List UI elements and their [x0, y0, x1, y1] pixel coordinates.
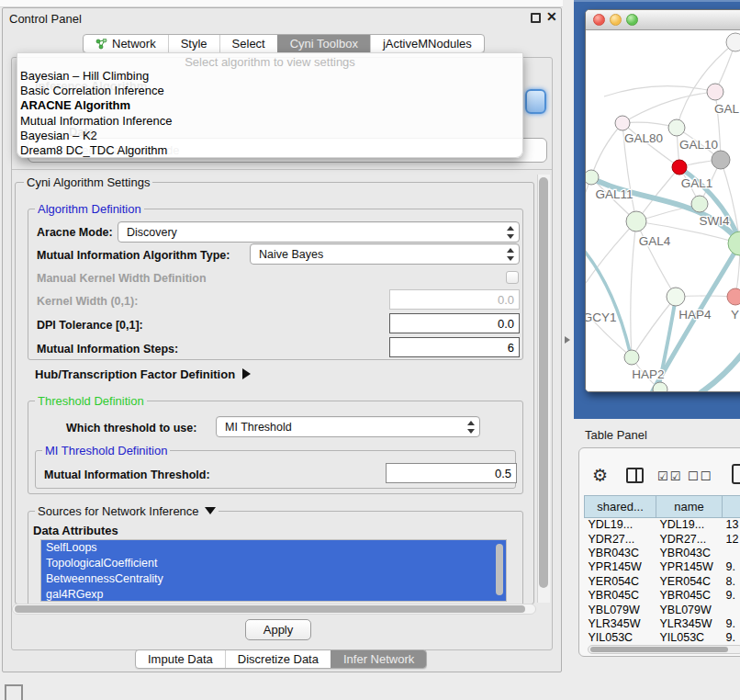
- which-threshold-combo[interactable]: MI Threshold: [216, 416, 480, 437]
- network-node-gal10[interactable]: [668, 119, 685, 136]
- table-column-header[interactable]: name: [656, 496, 723, 518]
- tab-jactivemnodules[interactable]: jActiveMNodules: [370, 35, 484, 52]
- table-cell[interactable]: [723, 546, 740, 559]
- table-row[interactable]: YBR045CYBR045C9.: [585, 588, 740, 602]
- network-node-gal80[interactable]: [615, 116, 630, 130]
- table-cell[interactable]: YLR345W: [656, 616, 723, 630]
- network-edge[interactable]: [604, 86, 715, 96]
- network-node[interactable]: [712, 151, 730, 169]
- table-cell[interactable]: YER054C: [585, 574, 656, 588]
- list-scrollbar-thumb[interactable]: [496, 544, 503, 595]
- network-node-gal11[interactable]: [586, 170, 599, 185]
- algorithm-option[interactable]: ARACNE Algorithm: [17, 98, 522, 113]
- network-node-y[interactable]: [727, 288, 740, 305]
- sources-group-label[interactable]: Sources for Network Inference: [35, 504, 219, 518]
- tab-select[interactable]: Select: [219, 35, 277, 52]
- table-row[interactable]: YER054CYER054C8.: [585, 574, 740, 588]
- algorithm-option[interactable]: Mutual Information Inference: [17, 114, 522, 129]
- minimize-icon[interactable]: [610, 14, 622, 26]
- select-all-icon[interactable]: ☑☑: [657, 469, 682, 483]
- table-cell[interactable]: YDR27...: [656, 532, 723, 546]
- tab-impute-data[interactable]: Impute Data: [136, 650, 225, 668]
- hub-definition-toggle[interactable]: Hub/Transcription Factor Definition: [35, 367, 251, 381]
- float-panel-icon[interactable]: [531, 13, 541, 23]
- splitter-arrow-icon[interactable]: [565, 336, 570, 344]
- table-cell[interactable]: YDL19...: [656, 518, 723, 532]
- corner-widget[interactable]: [5, 684, 23, 700]
- dpi-tolerance-input[interactable]: [389, 313, 520, 333]
- data-attribute-item[interactable]: TopologicalCoefficient: [41, 556, 506, 571]
- tab-infer-network[interactable]: Infer Network: [331, 650, 426, 668]
- table-cell[interactable]: YER054C: [656, 574, 723, 588]
- network-edge[interactable]: [591, 123, 622, 177]
- algorithm-option[interactable]: Bayesian – K2: [17, 129, 522, 143]
- network-window-titlebar[interactable]: [586, 10, 740, 30]
- table-column-header[interactable]: shared...: [585, 496, 656, 518]
- network-node-gal4[interactable]: [626, 211, 646, 231]
- data-attribute-item[interactable]: gal4RGexp: [41, 587, 506, 602]
- algorithm-option[interactable]: Dream8 DC_TDC Algorithm: [17, 143, 522, 158]
- table-cell[interactable]: 12: [723, 532, 740, 546]
- network-node-hap4[interactable]: [667, 288, 685, 306]
- table-cell[interactable]: YLR345W: [585, 616, 656, 630]
- zoom-icon[interactable]: [626, 14, 638, 26]
- network-node-swi4[interactable]: [691, 196, 708, 212]
- table-cell[interactable]: 9.: [723, 631, 740, 645]
- network-node-hap2[interactable]: [624, 350, 639, 365]
- table-cell[interactable]: [723, 603, 740, 616]
- network-node[interactable]: [726, 33, 740, 51]
- network-edge[interactable]: [636, 221, 676, 297]
- deselect-all-icon[interactable]: ☐☐: [688, 469, 712, 483]
- table-cell[interactable]: YPR145W: [656, 560, 723, 574]
- mi-type-combo[interactable]: Naive Bayes: [250, 243, 520, 265]
- table-hscrollbar-thumb[interactable]: [590, 647, 728, 652]
- data-attribute-item[interactable]: SelfLoops: [41, 540, 506, 556]
- table-cell[interactable]: YDR27...: [585, 532, 656, 546]
- close-icon[interactable]: ✕: [546, 9, 557, 24]
- table-row[interactable]: YBL079WYBL079W: [585, 603, 740, 616]
- close-icon[interactable]: [593, 14, 605, 26]
- table-cell[interactable]: YBL079W: [656, 603, 723, 616]
- gear-icon[interactable]: ⚙: [592, 467, 608, 485]
- algorithm-option[interactable]: Bayesian – Hill Climbing: [17, 69, 522, 84]
- settings-vscrollbar-thumb[interactable]: [539, 177, 548, 588]
- table-cell[interactable]: YIL053C: [585, 631, 656, 645]
- network-canvas[interactable]: GALGAL80GAL10GAL1GAL11SWI4GAL4HAP4YGCY1H…: [586, 30, 740, 392]
- table-cell[interactable]: YBR045C: [656, 588, 723, 602]
- focused-spinner-button[interactable]: [525, 89, 546, 114]
- table-row[interactable]: YDR27...YDR27...12: [585, 532, 740, 546]
- table-row[interactable]: YLR345WYLR345W9.: [585, 616, 740, 630]
- apply-button[interactable]: Apply: [245, 619, 311, 640]
- network-node-gal[interactable]: [707, 84, 723, 100]
- document-icon[interactable]: [732, 464, 740, 484]
- table-row[interactable]: YBR043CYBR043C: [585, 546, 740, 559]
- table-cell[interactable]: 13: [723, 518, 740, 532]
- table-cell[interactable]: YBL079W: [585, 603, 656, 616]
- tab-cyni-toolbox[interactable]: Cyni Toolbox: [277, 35, 370, 52]
- mi-threshold-input[interactable]: [386, 463, 517, 483]
- table-cell[interactable]: YBR043C: [656, 546, 723, 559]
- table-cell[interactable]: YPR145W: [585, 560, 656, 574]
- settings-hscrollbar-thumb[interactable]: [15, 605, 525, 613]
- table-cell[interactable]: YDL19...: [585, 518, 656, 532]
- network-node-gal1[interactable]: [672, 160, 687, 175]
- network-node[interactable]: [653, 382, 667, 392]
- table-cell[interactable]: 9.: [723, 616, 740, 630]
- kernel-width-input[interactable]: [389, 289, 520, 310]
- table-row[interactable]: YDL19...YDL19...13: [585, 518, 740, 532]
- aracne-mode-combo[interactable]: Discovery: [118, 221, 520, 243]
- table-column-header[interactable]: A: [723, 496, 740, 518]
- tab-network[interactable]: Network: [84, 35, 168, 52]
- network-edge[interactable]: [631, 221, 636, 357]
- network-edge[interactable]: [622, 92, 715, 123]
- tab-style[interactable]: Style: [168, 35, 219, 52]
- table-cell[interactable]: 9.: [723, 588, 740, 602]
- table-cell[interactable]: YBR045C: [585, 588, 656, 602]
- table-cell[interactable]: YIL053C: [656, 631, 723, 645]
- data-attribute-item[interactable]: BetweennessCentrality: [41, 571, 506, 587]
- table-row[interactable]: YIL053CYIL053C9.: [585, 631, 740, 645]
- table-cell[interactable]: 8.: [723, 574, 740, 588]
- table-cell[interactable]: YBR043C: [585, 546, 656, 559]
- algorithm-option[interactable]: Basic Correlation Inference: [17, 84, 522, 98]
- table-row[interactable]: YPR145WYPR145W9.: [585, 560, 740, 574]
